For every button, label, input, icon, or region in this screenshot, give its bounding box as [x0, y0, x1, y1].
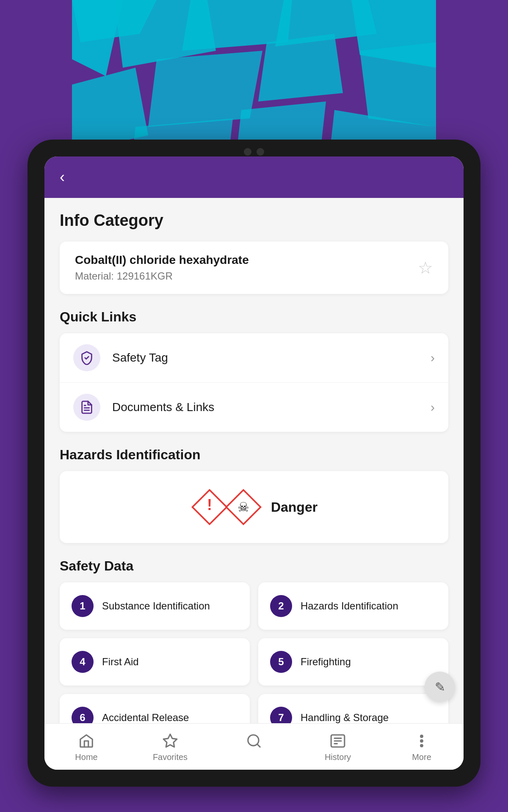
- page-title: Info Category: [60, 211, 448, 230]
- svg-text:☠: ☠: [237, 500, 249, 514]
- quick-links-card: Safety Tag › Documents & Link: [60, 333, 448, 432]
- safety-card-4[interactable]: 4 First Aid: [60, 638, 250, 686]
- svg-point-29: [421, 735, 423, 738]
- quick-link-documents[interactable]: Documents & Links ›: [60, 383, 448, 432]
- material-id: Material: 129161KGR: [75, 270, 249, 282]
- camera-dot-1: [244, 148, 251, 156]
- quick-links-header: Quick Links: [60, 309, 448, 325]
- svg-marker-10: [258, 34, 343, 102]
- svg-point-31: [421, 745, 423, 747]
- svg-line-24: [257, 744, 260, 747]
- safety-badge-1: 1: [72, 595, 94, 617]
- safety-tag-label: Safety Tag: [112, 351, 431, 365]
- nav-item-home[interactable]: Home: [44, 724, 128, 770]
- safety-badge-4: 4: [72, 651, 94, 673]
- svg-marker-11: [360, 42, 436, 127]
- safety-card-7[interactable]: 7 Handling & Storage: [258, 694, 448, 723]
- app-screen: ‹ Info Category Cobalt(II) chloride hexa…: [44, 156, 464, 770]
- documents-label: Documents & Links: [112, 401, 431, 414]
- bottom-nav: Home Favorites: [44, 723, 464, 770]
- nav-item-more[interactable]: More: [380, 724, 464, 770]
- home-icon: [78, 733, 94, 749]
- safety-card-1[interactable]: 1 Substance Identification: [60, 582, 250, 630]
- nav-label-history: History: [325, 752, 351, 762]
- danger-label: Danger: [271, 499, 318, 515]
- safety-card-6[interactable]: 6 Accidental Release: [60, 694, 250, 723]
- camera-dot-2: [257, 148, 264, 156]
- shield-check-icon: [80, 351, 94, 365]
- document-icon: [80, 400, 94, 414]
- safety-badge-6: 6: [72, 707, 94, 723]
- svg-point-30: [421, 740, 423, 742]
- nav-item-history[interactable]: History: [296, 724, 380, 770]
- safety-label-6: Accidental Release: [102, 712, 189, 723]
- ghs-exclamation-diamond-icon: !: [190, 488, 229, 526]
- nav-label-favorites: Favorites: [153, 752, 188, 762]
- documents-chevron-icon: ›: [431, 400, 435, 414]
- hazards-section-header: Hazards Identification: [60, 447, 448, 463]
- favorites-star-icon: [162, 733, 178, 749]
- hazards-card: ! ☠ Danger: [60, 471, 448, 543]
- svg-marker-22: [163, 734, 177, 747]
- app-content: Info Category Cobalt(II) chloride hexahy…: [44, 198, 464, 723]
- safety-label-5: Firefighting: [301, 656, 351, 668]
- nav-label-more: More: [412, 752, 431, 762]
- svg-text:!: !: [207, 496, 212, 513]
- material-info: Cobalt(II) chloride hexahydrate Material…: [75, 253, 249, 282]
- safety-tag-chevron-icon: ›: [431, 351, 435, 365]
- material-name: Cobalt(II) chloride hexahydrate: [75, 253, 249, 267]
- safety-label-7: Handling & Storage: [301, 712, 389, 723]
- safety-tag-icon-wrap: [73, 344, 100, 371]
- back-button[interactable]: ‹: [60, 168, 65, 186]
- safety-card-5[interactable]: 5 Firefighting: [258, 638, 448, 686]
- safety-card-2[interactable]: 2 Hazards Identification: [258, 582, 448, 630]
- safety-label-4: First Aid: [102, 656, 139, 668]
- safety-badge-5: 5: [270, 651, 292, 673]
- history-icon: [330, 733, 346, 749]
- tablet-camera: [244, 148, 264, 156]
- more-icon: [414, 733, 430, 749]
- safety-data-section-header: Safety Data: [60, 558, 448, 574]
- edit-fab-button[interactable]: ✎: [425, 672, 455, 702]
- safety-badge-2: 2: [270, 595, 292, 617]
- nav-label-home: Home: [75, 752, 97, 762]
- quick-link-safety-tag[interactable]: Safety Tag ›: [60, 333, 448, 383]
- safety-label-1: Substance Identification: [102, 600, 210, 612]
- favorite-star-icon[interactable]: ☆: [418, 258, 433, 277]
- ghs-icons-row: ! ☠ Danger: [190, 488, 318, 526]
- safety-badge-7: 7: [270, 707, 292, 723]
- material-card: Cobalt(II) chloride hexahydrate Material…: [60, 241, 448, 294]
- ghs-health-hazard-diamond-icon: ☠: [224, 488, 262, 526]
- tablet-frame: ‹ Info Category Cobalt(II) chloride hexa…: [28, 140, 480, 787]
- nav-item-search[interactable]: [212, 724, 296, 770]
- safety-data-grid: 1 Substance Identification 2 Hazards Ide…: [60, 582, 448, 723]
- documents-icon-wrap: [73, 394, 100, 421]
- app-header: ‹: [44, 156, 464, 198]
- safety-label-2: Hazards Identification: [301, 600, 398, 612]
- search-icon: [246, 733, 262, 749]
- nav-item-favorites[interactable]: Favorites: [128, 724, 212, 770]
